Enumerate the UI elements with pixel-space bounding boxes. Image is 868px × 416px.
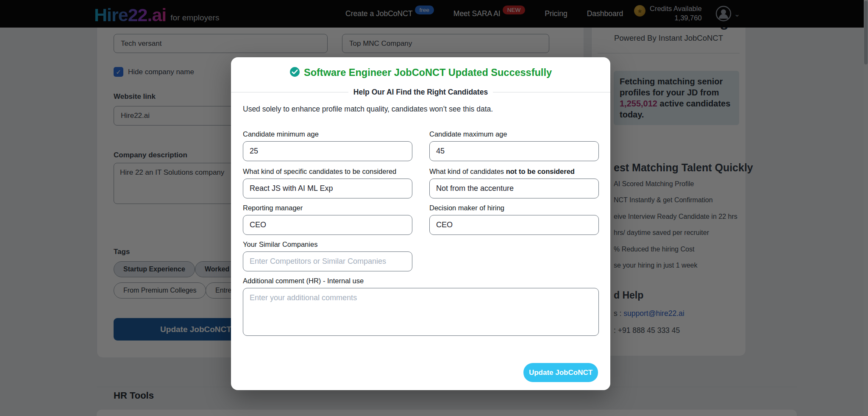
- divider-line: [231, 92, 348, 92]
- max-age-input[interactable]: [429, 141, 599, 161]
- max-age-group: Candidate maximum age: [429, 130, 599, 161]
- divider-line: [493, 92, 610, 92]
- min-age-input[interactable]: [243, 141, 412, 161]
- include-candidates-label: What kind of specific candidates to be c…: [243, 168, 412, 176]
- update-jobconct-button[interactable]: Update JobCoNCT: [523, 363, 598, 382]
- min-age-label: Candidate minimum age: [243, 130, 412, 138]
- section-title: Help Our AI Find the Right Candidates: [348, 88, 493, 97]
- reporting-manager-input[interactable]: [243, 215, 412, 235]
- decision-maker-label: Decision maker of hiring: [429, 204, 599, 212]
- decision-maker-group: Decision maker of hiring: [429, 204, 599, 235]
- reporting-manager-label: Reporting manager: [243, 204, 412, 212]
- exclude-label-prefix: What kind of candidates: [429, 168, 506, 175]
- include-candidates-input[interactable]: [243, 179, 412, 198]
- exclude-candidates-group: What kind of candidates not to be consid…: [429, 168, 599, 198]
- include-candidates-group: What kind of specific candidates to be c…: [243, 168, 412, 198]
- additional-comment-label: Additional comment (HR) - Internal use: [243, 277, 599, 285]
- modal-title: Software Engineer JobCoNCT Updated Succe…: [304, 67, 552, 78]
- similar-companies-input[interactable]: [243, 251, 412, 271]
- modal-intro-text: Used solely to enhance profile match qua…: [243, 105, 493, 114]
- reporting-manager-group: Reporting manager: [243, 204, 412, 235]
- verified-check-icon: [289, 67, 300, 79]
- update-jobconct-modal: Software Engineer JobCoNCT Updated Succe…: [231, 57, 610, 390]
- exclude-candidates-input[interactable]: [429, 179, 599, 198]
- exclude-candidates-label: What kind of candidates not to be consid…: [429, 168, 599, 176]
- similar-companies-label: Your Similar Companies: [243, 240, 412, 248]
- decision-maker-input[interactable]: [429, 215, 599, 235]
- additional-comment-group: Additional comment (HR) - Internal use: [243, 277, 599, 338]
- modal-title-row: Software Engineer JobCoNCT Updated Succe…: [231, 67, 610, 79]
- additional-comment-textarea[interactable]: [243, 288, 599, 336]
- max-age-label: Candidate maximum age: [429, 130, 599, 138]
- similar-companies-group: Your Similar Companies: [243, 240, 412, 271]
- exclude-label-bold: not to be considered: [506, 168, 575, 175]
- section-divider: Help Our AI Find the Right Candidates: [231, 88, 610, 97]
- min-age-group: Candidate minimum age: [243, 130, 412, 161]
